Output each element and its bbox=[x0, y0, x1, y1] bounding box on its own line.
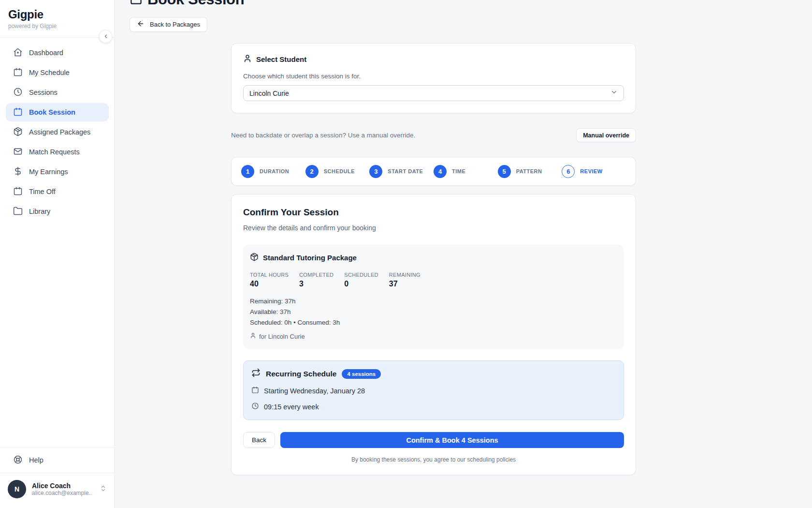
step-label: REVIEW bbox=[580, 168, 602, 174]
back-button[interactable]: Back bbox=[243, 432, 275, 448]
step-review[interactable]: 6 REVIEW bbox=[562, 165, 626, 178]
student-select[interactable]: Lincoln Curie bbox=[243, 85, 624, 101]
sidebar-item-label: Book Session bbox=[29, 108, 75, 116]
package-header: Standard Tutoring Package bbox=[250, 253, 617, 263]
sidebar-item-dashboard[interactable]: Dashboard bbox=[6, 44, 109, 62]
help-label: Help bbox=[29, 456, 44, 464]
arrow-left-icon bbox=[137, 20, 145, 29]
recurring-start-line: Starting Wednesday, January 28 bbox=[251, 386, 616, 395]
select-student-card: Select Student Choose which student this… bbox=[231, 43, 636, 113]
step-schedule[interactable]: 2 SCHEDULE bbox=[305, 165, 370, 178]
back-to-packages-button[interactable]: Back to Packages bbox=[130, 17, 207, 32]
sidebar-item-my-earnings[interactable]: My Earnings bbox=[6, 163, 109, 181]
sidebar-item-label: My Earnings bbox=[29, 168, 68, 176]
policy-note: By booking these sessions, you agree to … bbox=[243, 456, 624, 463]
sidebar-item-library[interactable]: Library bbox=[6, 202, 109, 221]
stat-label: REMAINING bbox=[389, 272, 420, 278]
stat-label: TOTAL HOURS bbox=[250, 272, 289, 278]
step-number: 6 bbox=[562, 165, 575, 178]
sessions-count-badge: 4 sessions bbox=[342, 369, 381, 379]
select-student-title: Select Student bbox=[256, 55, 306, 63]
calendar-icon bbox=[13, 107, 23, 118]
manual-override-hint: Need to backdate or overlap a session? U… bbox=[231, 132, 415, 139]
sidebar-item-my-schedule[interactable]: My Schedule bbox=[6, 63, 109, 82]
app-window: Gigpie powered by Gigpie Dashboard My Sc… bbox=[0, 0, 812, 508]
sidebar-item-sessions[interactable]: Sessions bbox=[6, 83, 109, 102]
stat-completed: COMPLETED 3 bbox=[299, 272, 334, 288]
user-info: Alice Coach alice.coach@example... bbox=[32, 482, 94, 496]
step-number: 5 bbox=[498, 165, 511, 178]
content-column: Select Student Choose which student this… bbox=[231, 43, 636, 475]
step-label: START DATE bbox=[388, 168, 423, 174]
user-menu[interactable]: N Alice Coach alice.coach@example... bbox=[0, 473, 115, 508]
recurring-header: Recurring Schedule 4 sessions bbox=[251, 368, 616, 379]
stat-remaining: REMAINING 37 bbox=[389, 272, 420, 288]
sidebar-item-time-off[interactable]: Time Off bbox=[6, 182, 109, 201]
step-duration[interactable]: 1 DURATION bbox=[241, 165, 305, 178]
sidebar-item-match-requests[interactable]: Match Requests bbox=[6, 143, 109, 161]
package-icon bbox=[13, 127, 23, 138]
select-student-description: Choose which student this session is for… bbox=[243, 73, 624, 80]
sidebar-collapse-button[interactable] bbox=[99, 30, 112, 43]
step-start-date[interactable]: 3 START DATE bbox=[369, 165, 434, 178]
stat-value: 3 bbox=[299, 280, 334, 288]
select-student-header: Select Student bbox=[243, 54, 624, 64]
stat-value: 40 bbox=[250, 280, 289, 288]
manual-override-button[interactable]: Manual override bbox=[576, 128, 636, 142]
app-logo: Gigpie bbox=[8, 8, 106, 21]
repeat-icon bbox=[251, 368, 261, 379]
step-number: 3 bbox=[369, 165, 382, 178]
step-number: 4 bbox=[434, 165, 447, 178]
step-label: DURATION bbox=[260, 168, 289, 174]
action-buttons-row: Back Confirm & Book 4 Sessions bbox=[243, 432, 624, 448]
stat-value: 37 bbox=[389, 280, 420, 288]
recurring-schedule-card: Recurring Schedule 4 sessions Starting W… bbox=[243, 360, 624, 420]
package-summary-card: Standard Tutoring Package TOTAL HOURS 40… bbox=[243, 245, 624, 349]
sidebar-bottom: Help N Alice Coach alice.coach@example..… bbox=[0, 447, 115, 508]
recurring-title: Recurring Schedule bbox=[266, 370, 336, 378]
clock-icon bbox=[13, 87, 23, 98]
step-label: PATTERN bbox=[516, 168, 542, 174]
avatar: N bbox=[8, 480, 26, 498]
package-name: Standard Tutoring Package bbox=[263, 254, 357, 262]
app-tagline: powered by Gigpie bbox=[8, 23, 106, 30]
chevron-down-icon bbox=[610, 89, 618, 98]
sidebar-item-label: Match Requests bbox=[29, 148, 80, 156]
stat-value: 0 bbox=[344, 280, 378, 288]
sidebar-nav: Dashboard My Schedule Sessions Book Sess… bbox=[0, 38, 115, 222]
confirm-session-card: Confirm Your Session Review the details … bbox=[231, 194, 636, 475]
recurring-time-text: 09:15 every week bbox=[264, 403, 319, 411]
step-label: SCHEDULE bbox=[324, 168, 355, 174]
sidebar-item-assigned-packages[interactable]: Assigned Packages bbox=[6, 123, 109, 141]
page-header: Book Session bbox=[130, 0, 798, 8]
calendar-icon bbox=[13, 186, 23, 197]
manual-override-row: Need to backdate or overlap a session? U… bbox=[231, 128, 636, 142]
student-select-value: Lincoln Curie bbox=[249, 90, 289, 97]
stat-total-hours: TOTAL HOURS 40 bbox=[250, 272, 289, 288]
sidebar-item-label: Assigned Packages bbox=[29, 128, 90, 136]
sidebar-item-help[interactable]: Help bbox=[0, 448, 115, 473]
step-number: 2 bbox=[305, 165, 319, 178]
booking-stepper: 1 DURATION 2 SCHEDULE 3 START DATE 4 TIM… bbox=[231, 157, 636, 186]
sidebar-item-label: My Schedule bbox=[29, 69, 70, 76]
main-content: Book Session Back to Packages Select Stu… bbox=[115, 0, 812, 508]
sidebar-item-book-session[interactable]: Book Session bbox=[6, 103, 109, 121]
confirm-book-button[interactable]: Confirm & Book 4 Sessions bbox=[280, 432, 624, 448]
sidebar-item-label: Time Off bbox=[29, 188, 56, 195]
user-email: alice.coach@example... bbox=[32, 490, 92, 496]
sidebar-item-label: Dashboard bbox=[29, 49, 63, 57]
sidebar-item-label: Library bbox=[29, 208, 50, 215]
stat-scheduled: SCHEDULED 0 bbox=[344, 272, 378, 288]
step-pattern[interactable]: 5 PATTERN bbox=[498, 165, 562, 178]
package-icon bbox=[250, 253, 259, 263]
folder-icon bbox=[13, 206, 23, 217]
step-time[interactable]: 4 TIME bbox=[434, 165, 498, 178]
life-buoy-icon bbox=[13, 455, 23, 466]
back-to-packages-label: Back to Packages bbox=[150, 21, 200, 28]
calendar-icon bbox=[13, 67, 23, 78]
step-label: TIME bbox=[452, 168, 465, 174]
sidebar: Gigpie powered by Gigpie Dashboard My Sc… bbox=[0, 0, 115, 508]
mail-icon bbox=[13, 147, 23, 158]
page-title: Book Session bbox=[147, 0, 244, 8]
calendar-icon bbox=[130, 0, 143, 7]
